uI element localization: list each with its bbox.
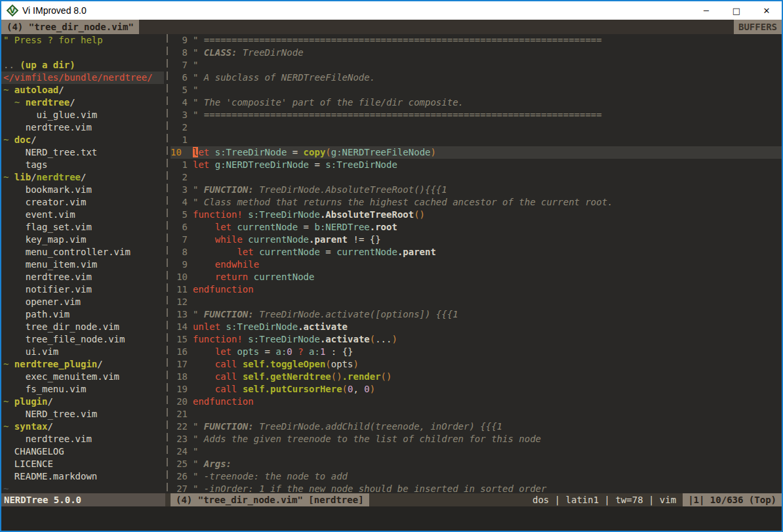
tree-item[interactable]: ~ plugin/ [1,396,164,408]
code-line[interactable]: 2 [171,171,782,184]
token-dir: lib [14,172,31,182]
code-line[interactable]: 3" =====================================… [171,109,782,121]
tree-item[interactable]: " Press ? for help [1,34,164,47]
nerdtree-panel[interactable]: " Press ? for help.. (up a dir)</vimfile… [1,34,164,493]
code-line[interactable]: 2 [171,121,782,134]
code-line[interactable]: 1let g:NERDTreeDirNode = s:TreeDirNode [171,159,782,171]
code-line[interactable]: 8" CLASS: TreeDirNode [171,47,782,59]
code-line[interactable]: 27" -inOrder: 1 if the new node should b… [171,483,782,493]
tree-item[interactable]: exec_menuitem.vim [1,371,164,383]
tree-item[interactable]: fs_menu.vim [1,383,164,396]
tree-item[interactable]: .. (up a dir) [1,59,164,72]
tree-item[interactable]: ~ autoload/ [1,84,164,96]
token-plain [193,359,215,369]
code-line[interactable]: 20endfunction [171,396,782,408]
tree-item[interactable]: ~ doc/ [1,134,164,146]
code-line[interactable]: 12 [171,296,782,308]
line-number: 7 [171,59,193,72]
code-line[interactable]: 8 let currentNode = currentNode.parent [171,246,782,258]
code-line[interactable]: 19 call self.putCursorHere(0, 0) [171,383,782,396]
code-line[interactable]: 22" FUNCTION: TreeDirNode.addChild(treen… [171,420,782,433]
token-root: </vimfiles/bundle/nerdtree/ [3,72,153,83]
code-line[interactable]: 9" =====================================… [171,34,782,47]
token-plain [3,272,26,282]
token-keyword: call [215,384,237,394]
tree-item[interactable]: menu_item.vim [1,258,164,271]
tree-item[interactable]: creator.vim [1,196,164,209]
code-line[interactable]: 10 return currentNode [171,271,782,283]
tree-item[interactable]: </vimfiles/bundle/nerdtree/ [1,72,164,84]
line-number: 5 [171,209,193,221]
code-line[interactable]: 4" The 'composite' part of the file/dir … [171,96,782,109]
token-number: 0 [287,346,292,357]
tree-item[interactable]: key_map.vim [1,234,164,246]
minimize-button[interactable]: ─ [691,1,721,20]
token-paren: ) [353,359,358,369]
token-paren: ( [325,147,331,157]
code-line[interactable]: 11endfunction [171,283,782,296]
code-line[interactable]: 13" FUNCTION: TreeDirNode.activate([opti… [171,308,782,321]
code-line[interactable]: 16 let opts = a:0 ? a:1 : {} [171,346,782,358]
tree-item[interactable]: ~ [1,483,164,493]
code-line[interactable]: 26" -treenode: the node to add [171,470,782,483]
code-line[interactable]: 5function! s:TreeDirNode.AbsoluteTreeRoo… [171,209,782,221]
code-line[interactable]: 25" Args: [171,458,782,470]
code-line[interactable]: 7 while currentNode.parent != {} [171,234,782,246]
tree-item[interactable]: README.markdown [1,470,164,483]
code-line[interactable]: 1 [171,134,782,146]
tree-item[interactable]: tree_file_node.vim [1,333,164,346]
command-line[interactable] [1,506,782,531]
tree-item[interactable]: ui_glue.vim [1,109,164,121]
tree-item[interactable]: nerdtree.vim [1,121,164,134]
tree-item[interactable]: flag_set.vim [1,221,164,234]
window-separator[interactable] [164,34,171,493]
tree-item[interactable] [1,47,164,59]
tree-item[interactable]: CHANGELOG [1,445,164,458]
code-line[interactable]: 21 [171,408,782,420]
tree-item[interactable]: notifier.vim [1,283,164,296]
code-line[interactable]: 10let s:TreeDirNode = copy(g:NERDTreeFil… [171,146,782,159]
code-line[interactable]: 5" [171,84,782,96]
tree-item[interactable]: nerdtree.vim [1,433,164,445]
tree-item[interactable]: ~ syntax/ [1,420,164,433]
code-line[interactable]: 17 call self.toggleOpen(opts) [171,358,782,371]
tree-item[interactable]: NERD_tree.vim [1,408,164,420]
close-button[interactable]: ✕ [752,1,782,20]
code-line[interactable]: 23" Adds the given treenode to the list … [171,433,782,445]
tree-item[interactable]: path.vim [1,308,164,321]
tree-item[interactable]: NERD_tree.txt [1,146,164,159]
code-line[interactable]: 3" FUNCTION: TreeDirNode.AbsoluteTreeRoo… [171,184,782,196]
tree-item[interactable]: bookmark.vim [1,184,164,196]
token-keyword: function! [193,209,243,220]
tree-item[interactable]: ~ nerdtree_plugin/ [1,358,164,371]
code-line[interactable]: 7" [171,59,782,72]
code-line[interactable]: 14unlet s:TreeDirNode.activate [171,321,782,333]
tree-item[interactable]: ~ nerdtree/ [1,96,164,109]
code-line[interactable]: 6" A subclass of NERDTreeFileNode. [171,72,782,84]
token-plain: ... [375,334,392,344]
code-line[interactable]: 18 call self.getNerdtree().render() [171,371,782,383]
tree-item[interactable]: event.vim [1,209,164,221]
tree-item[interactable]: menu_controller.vim [1,246,164,258]
tree-item[interactable]: LICENCE [1,458,164,470]
tree-item[interactable]: ~ lib/nerdtree/ [1,171,164,184]
tree-item[interactable]: tags [1,159,164,171]
tree-item[interactable]: opener.vim [1,296,164,308]
line-number: 3 [171,184,193,196]
tree-item[interactable]: tree_dir_node.vim [1,321,164,333]
code-line[interactable]: 9 endwhile [171,258,782,271]
tab-tree-dir-node[interactable]: (4) "tree_dir_node.vim" [1,20,139,34]
token-keyword: let [215,222,231,232]
code-line[interactable]: 15function! s:TreeDirNode.activate(...) [171,333,782,346]
tree-item[interactable]: nerdtree.vim [1,271,164,283]
tree-item[interactable]: ui.vim [1,346,164,358]
code-line[interactable]: 4" Class method that returns the highest… [171,196,782,209]
editor-panel[interactable]: 9" =====================================… [171,34,782,493]
code-line[interactable]: 6 let currentNode = b:NERDTree.root [171,221,782,234]
token-paren: () [331,371,342,382]
code-line[interactable]: 24" [171,445,782,458]
maximize-button[interactable]: □ [721,1,752,20]
token-plain [193,234,215,245]
line-number: 14 [171,321,193,333]
line-number: 10 [171,271,193,283]
